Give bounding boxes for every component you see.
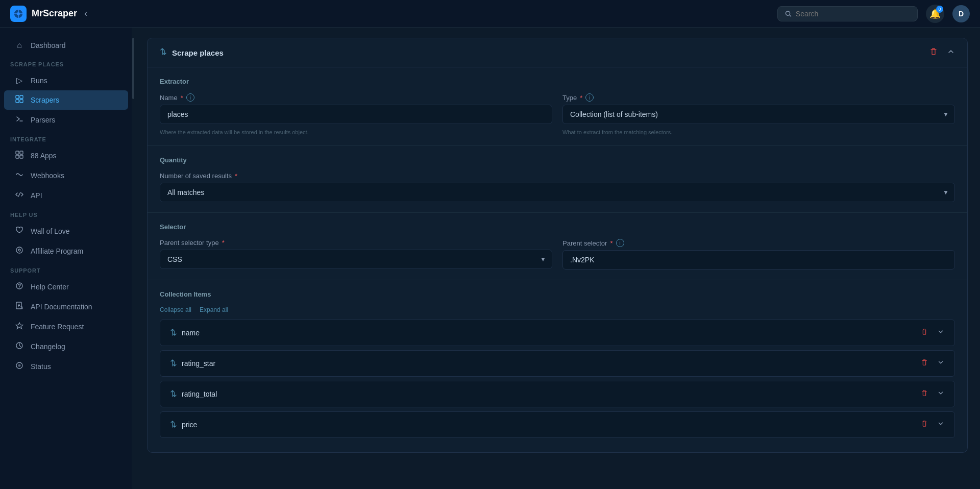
svg-marker-26 bbox=[16, 323, 23, 329]
ci-rating-star-text: rating_star bbox=[182, 359, 215, 368]
help-center-icon bbox=[14, 282, 24, 292]
apps-icon bbox=[14, 151, 24, 161]
ci-rating-star-sort-icon bbox=[168, 359, 177, 369]
svg-rect-10 bbox=[16, 100, 19, 103]
sidebar-item-affiliate[interactable]: Affiliate Program bbox=[4, 241, 128, 261]
ci-rating-total-expand-button[interactable] bbox=[935, 387, 946, 401]
type-info-icon[interactable]: i bbox=[585, 93, 594, 102]
parent-selector-label: Parent selector * i bbox=[562, 239, 955, 247]
sort-arrows-icon bbox=[158, 47, 167, 58]
sidebar-runs-label: Runs bbox=[31, 77, 47, 85]
user-avatar[interactable]: D bbox=[952, 5, 970, 22]
ci-price-expand-button[interactable] bbox=[935, 418, 946, 431]
ci-name-sort-icon bbox=[168, 328, 177, 338]
sidebar-item-scrapers[interactable]: Scrapers bbox=[4, 90, 128, 110]
ci-price-text: price bbox=[182, 421, 197, 429]
top-header: MrScraper ‹ 🔔 0 D bbox=[0, 0, 980, 28]
selector-section-title: Selector bbox=[160, 223, 955, 231]
notif-badge: 0 bbox=[936, 6, 943, 13]
extractor-section: Extractor Name * i Where the extracted d… bbox=[148, 67, 967, 146]
type-required: * bbox=[580, 94, 582, 102]
sidebar-item-api-docs[interactable]: API Documentation bbox=[4, 297, 128, 316]
svg-point-1 bbox=[17, 12, 20, 15]
sidebar-apps-label: 88 Apps bbox=[31, 152, 57, 160]
card-header-actions bbox=[927, 45, 957, 60]
search-box[interactable] bbox=[777, 6, 918, 21]
collection-item-name-header: name bbox=[160, 320, 954, 346]
ci-rating-total-left: rating_total bbox=[168, 389, 217, 399]
ci-rating-total-delete-button[interactable] bbox=[919, 387, 930, 401]
collection-item-price: price bbox=[160, 411, 955, 438]
collapse-all-button[interactable]: Collapse all bbox=[160, 306, 191, 313]
ci-name-expand-button[interactable] bbox=[935, 326, 946, 339]
name-help: Where the extracted data will be stored … bbox=[160, 129, 552, 135]
type-form-group: Type * i Collection (list of sub-items) … bbox=[562, 93, 955, 135]
sidebar-item-apps[interactable]: 88 Apps bbox=[4, 146, 128, 165]
svg-point-19 bbox=[18, 249, 20, 251]
sidebar-item-webhooks[interactable]: Webhooks bbox=[4, 166, 128, 185]
type-select-wrapper: Collection (list of sub-items) ▼ bbox=[562, 105, 955, 124]
toggle-sidebar-button[interactable]: ‹ bbox=[82, 6, 89, 21]
search-input[interactable] bbox=[796, 10, 910, 18]
number-results-select-wrapper: All matches ▼ bbox=[160, 183, 955, 202]
expand-all-button[interactable]: Expand all bbox=[200, 306, 228, 313]
name-info-icon[interactable]: i bbox=[186, 93, 194, 102]
sidebar-help-center-label: Help Center bbox=[31, 283, 69, 291]
sidebar-wall-of-love-label: Wall of Love bbox=[31, 227, 70, 235]
number-results-group: Number of saved results * All matches ▼ bbox=[160, 172, 955, 202]
sidebar-item-feature-request[interactable]: Feature Request bbox=[4, 317, 128, 336]
sidebar-item-help-center[interactable]: Help Center bbox=[4, 277, 128, 297]
parsers-icon bbox=[14, 115, 24, 125]
collection-item-rating-star-header: rating_star bbox=[160, 351, 954, 376]
sidebar-item-wall-of-love[interactable]: Wall of Love bbox=[4, 222, 128, 241]
sidebar-affiliate-label: Affiliate Program bbox=[31, 247, 83, 255]
sidebar-item-status[interactable]: Status bbox=[4, 357, 128, 376]
sidebar-item-api[interactable]: API bbox=[4, 186, 128, 205]
number-results-required: * bbox=[235, 172, 237, 180]
collapse-card-button[interactable] bbox=[945, 45, 957, 60]
card-header-left: Scrape places bbox=[158, 47, 224, 58]
collection-items-section: Collection Items Collapse all Expand all bbox=[148, 280, 967, 452]
notification-button[interactable]: 🔔 0 bbox=[926, 5, 944, 23]
ci-price-delete-button[interactable] bbox=[919, 418, 930, 431]
feature-request-icon bbox=[14, 322, 24, 332]
quantity-section-title: Quantity bbox=[160, 156, 955, 164]
name-input[interactable] bbox=[160, 105, 552, 124]
ci-name-left: name bbox=[168, 328, 200, 338]
api-icon bbox=[14, 190, 24, 201]
svg-rect-16 bbox=[20, 155, 23, 158]
sidebar-item-dashboard[interactable]: ⌂ Dashboard bbox=[4, 36, 128, 55]
scroll-thumb bbox=[132, 38, 134, 99]
wall-of-love-icon bbox=[14, 226, 24, 236]
ci-price-left: price bbox=[168, 420, 197, 430]
type-select[interactable]: Collection (list of sub-items) bbox=[562, 105, 955, 124]
ci-rating-star-expand-button[interactable] bbox=[935, 357, 946, 370]
search-icon bbox=[785, 10, 792, 17]
selector-section: Selector Parent selector type * CSS XPat… bbox=[148, 213, 967, 280]
collection-items-title: Collection Items bbox=[160, 290, 955, 298]
helpus-section-label: Help Us bbox=[0, 206, 132, 221]
number-results-select[interactable]: All matches bbox=[160, 183, 955, 202]
sidebar-api-label: API bbox=[31, 191, 42, 200]
sidebar-scrapers-label: Scrapers bbox=[31, 96, 59, 104]
sidebar-item-runs[interactable]: ▷ Runs bbox=[4, 71, 128, 90]
sidebar-item-changelog[interactable]: Changelog bbox=[4, 337, 128, 356]
parent-selector-group: Parent selector * i bbox=[562, 239, 955, 270]
sidebar-webhooks-label: Webhooks bbox=[31, 172, 64, 180]
ps-info-icon[interactable]: i bbox=[616, 239, 624, 247]
parent-selector-type-select[interactable]: CSS XPath bbox=[160, 250, 552, 269]
ci-rating-star-delete-button[interactable] bbox=[919, 357, 930, 370]
parent-selector-input[interactable] bbox=[562, 250, 955, 270]
ci-name-delete-button[interactable] bbox=[919, 326, 930, 339]
app-logo-icon bbox=[10, 6, 27, 22]
sidebar-api-docs-label: API Documentation bbox=[31, 303, 92, 311]
sidebar-item-parsers[interactable]: Parsers bbox=[4, 110, 128, 130]
sidebar-feature-request-label: Feature Request bbox=[31, 323, 84, 331]
scrape-places-card: Scrape places Extractor bbox=[147, 38, 968, 453]
logo-area: MrScraper ‹ bbox=[10, 6, 89, 22]
sidebar: ⌂ Dashboard Scrape places ▷ Runs Scraper… bbox=[0, 28, 133, 489]
sidebar-item-dashboard-label: Dashboard bbox=[31, 41, 66, 50]
ci-price-sort-icon bbox=[168, 420, 177, 430]
delete-card-button[interactable] bbox=[927, 45, 940, 60]
scroll-track[interactable] bbox=[132, 28, 135, 489]
